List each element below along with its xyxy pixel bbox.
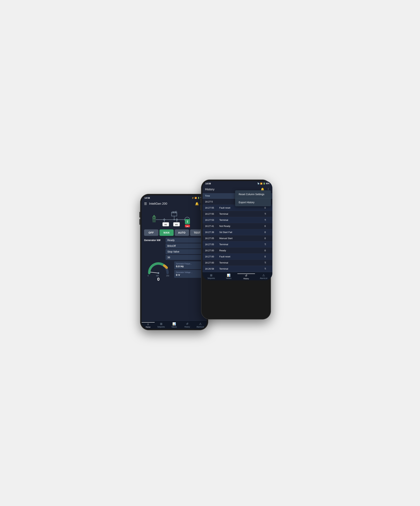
notification-icon[interactable]: 🔔 [195, 202, 199, 206]
table-row[interactable]: 16:27:05 Manual Start 0 [202, 235, 272, 241]
diagram-area: G I/O I/O I O [142, 207, 207, 228]
vol-down-button[interactable] [139, 219, 140, 225]
off-button[interactable]: OFF [144, 229, 158, 236]
table-row[interactable]: 16:27:55 Terminal T: [202, 211, 272, 217]
nav-setpoints-label2: Setpoints [207, 277, 215, 279]
nav-setpoints-label: Setpoints [157, 326, 165, 328]
table-row[interactable]: 16:27:00 Fault reset 0 [202, 254, 272, 260]
nav-values2[interactable]: 📊 Values [220, 273, 238, 280]
svg-line-23 [150, 272, 158, 273]
nav-history-label: History [184, 326, 190, 328]
table-row[interactable]: 16:27:41 Not Ready 0 [202, 223, 272, 229]
factory-icon [171, 211, 177, 217]
nav-home[interactable]: ⌂ Home [142, 322, 155, 328]
table-row[interactable]: 16:27:05 Terminal T: [202, 241, 272, 247]
nav-alarmlist-label: AlarmList [197, 326, 204, 328]
clock-phone1: 14:58 [144, 197, 150, 199]
nav-setpoints[interactable]: ⊞ Setpoints [155, 322, 168, 328]
bottom-nav-phone1: ⌂ Home ⊞ Setpoints 📊 Values ↺ History ⚠ [142, 320, 207, 329]
status-brksoff: BrksOff [166, 243, 204, 248]
svg-rect-3 [176, 211, 177, 213]
table-row[interactable]: 16:27:53 Terminal T: [202, 217, 272, 223]
reset-column-settings[interactable]: Reset Column Settings [235, 190, 271, 198]
app-title-phone1: InteliGen 200 [149, 202, 193, 206]
status-bar-phone2: 14:59 📡 📶 🔋 85% [202, 181, 272, 186]
svg-text:I/O: I/O [175, 223, 178, 226]
svg-line-9 [155, 215, 155, 217]
clock-phone2: 14:59 [205, 182, 211, 185]
svg-text:O: O [186, 226, 188, 227]
history-icon2: ↺ [245, 274, 247, 277]
nav-alarmlist-label2: AlarmList [260, 277, 267, 279]
history-rows-container: 16:27:5 16:27:55 Fault reset 0 16:27:55 … [202, 199, 272, 272]
nav-history[interactable]: ↺ History [181, 322, 194, 328]
mode-buttons: OFF MAN AUTO TEST [142, 228, 207, 237]
table-row[interactable]: 16:27:00 Terminal T: [202, 260, 272, 266]
battery-pct2: 85% [266, 183, 270, 185]
nav-alarmlist2[interactable]: ⚠ AlarmList [255, 273, 272, 280]
svg-text:I: I [187, 220, 188, 223]
alarm-icon: ⚠ [199, 322, 202, 326]
status-bar-phone1: 14:58 ⚡ 📶 🔋 85% [142, 195, 207, 200]
home-icon: ⌂ [147, 322, 149, 326]
volt-item: Generator Voltage ... 0 V [174, 270, 204, 278]
battery-icon2: 🔋 [263, 183, 265, 185]
signal-icon: 📶 [194, 197, 197, 199]
table-row[interactable]: 16:27:00 Ready 0 [202, 247, 272, 254]
svg-point-24 [157, 272, 159, 274]
gauge-scale: 0 kW 250 [148, 275, 169, 277]
switch1 [164, 218, 165, 222]
wifi-icon2: 📡 [257, 183, 259, 185]
status-value: 36 [166, 255, 204, 260]
nav-values-label: Values [171, 326, 177, 328]
volt-value: 0 V [176, 273, 202, 276]
power-tower-icon [152, 215, 156, 222]
setpoints-icon: ⊞ [160, 322, 162, 326]
setpoints-icon2: ⊞ [210, 273, 212, 277]
gauge-svg [147, 261, 170, 275]
man-button[interactable]: MAN [160, 229, 174, 236]
hamburger-icon[interactable]: ☰ [144, 202, 147, 206]
status-ready: Ready [166, 238, 204, 243]
gauge-value: 0 [157, 277, 160, 282]
nav-history2[interactable]: ↺ History [237, 273, 255, 280]
signal-icon2: 📶 [260, 183, 262, 185]
freq-label: Generator Freque... [176, 263, 202, 265]
vol-up-button[interactable] [139, 212, 140, 218]
bottom-nav-phone2: ⊞ Setpoints 📊 Values ↺ History ⚠ AlarmLi… [202, 272, 272, 280]
table-row[interactable]: 16:27:39 Sd Start Fail 0 [202, 229, 272, 235]
nav-home-label: Home [146, 326, 150, 328]
svg-line-11 [155, 217, 155, 222]
svg-line-10 [153, 217, 153, 222]
generator-kw-label: Generator kW [144, 238, 164, 242]
nav-history-label2: History [243, 278, 249, 280]
status-icons-phone2: 📡 📶 🔋 85% [257, 183, 270, 185]
nav-values[interactable]: 📊 Values [168, 322, 181, 328]
spacer1 [142, 282, 207, 320]
freq-value: 0.0 Hz [176, 265, 202, 268]
wifi-icon: ⚡ [192, 197, 194, 199]
nav-alarmlist[interactable]: ⚠ AlarmList [194, 322, 207, 328]
app-bar-phone1: ☰ InteliGen 200 🔔 ⋮ [142, 200, 207, 207]
freq-item: Generator Freque... 0.0 Hz [174, 261, 204, 269]
battery-icon: 🔋 [197, 197, 200, 199]
status-list: Ready BrksOff Stop Valve 36 [166, 238, 204, 260]
auto-button[interactable]: AUTO [175, 229, 189, 236]
export-history[interactable]: Export History [235, 198, 271, 206]
gauge-section: 0 kW 250 0 Generator Freque... 0.0 Hz Ge… [142, 261, 207, 282]
table-row[interactable]: 16:26:58 Terminal T: [202, 266, 272, 272]
vol-down-button2[interactable] [200, 205, 201, 210]
gauge-max: 250 [166, 275, 169, 277]
col-time-header: Time [205, 195, 219, 197]
values-icon2: 📊 [227, 273, 230, 277]
gauge-min: 0 [148, 275, 149, 277]
vol-up-button2[interactable] [200, 198, 201, 203]
switch2 [176, 218, 178, 222]
detail-items: Generator Freque... 0.0 Hz Generator Vol… [174, 261, 204, 278]
status-section: Generator kW Ready BrksOff Stop Valve 36 [142, 237, 207, 261]
nav-setpoints2[interactable]: ⊞ Setpoints [202, 273, 220, 280]
phone2: 14:59 📡 📶 🔋 85% History 🔔 ⋮ Reset Column… [201, 180, 271, 320]
svg-line-8 [153, 215, 154, 217]
gauge-unit: kW [156, 275, 159, 277]
history-icon: ↺ [186, 322, 188, 326]
